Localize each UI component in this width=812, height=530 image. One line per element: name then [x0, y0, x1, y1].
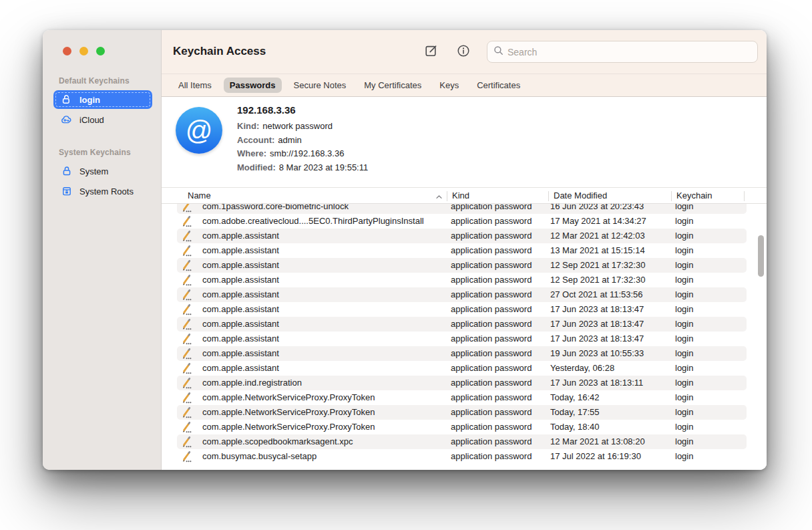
table-row[interactable]: com.apple.assistant application password…	[177, 229, 747, 243]
tab-all-items[interactable]: All Items	[172, 78, 218, 93]
row-name: com.apple.assistant	[202, 319, 279, 329]
sidebar-item-system[interactable]: System	[53, 162, 152, 180]
table-row[interactable]: com.1password.core-biometric-unlock appl…	[177, 204, 747, 214]
row-date-modified: 17 Jun 2023 at 18:13:47	[550, 334, 644, 344]
table-row[interactable]: com.apple.assistant application password…	[177, 302, 747, 317]
sidebar-item-login[interactable]: login	[53, 90, 152, 109]
sidebar-item-label: System Roots	[79, 186, 134, 196]
row-keychain: login	[675, 436, 693, 446]
row-name: com.apple.assistant	[202, 363, 279, 373]
row-date-modified: 17 May 2021 at 14:34:27	[550, 216, 646, 226]
password-item-icon	[181, 245, 192, 259]
tab-my-certificates[interactable]: My Certificates	[358, 78, 427, 93]
column-header-kind[interactable]: Kind	[452, 190, 469, 201]
table-row[interactable]: com.apple.assistant application password…	[177, 361, 747, 376]
search-field[interactable]	[487, 41, 758, 63]
row-date-modified: 12 Mar 2021 at 13:08:20	[550, 436, 645, 446]
vertical-scrollbar[interactable]	[758, 235, 764, 277]
password-item-icon	[181, 348, 192, 362]
window-controls	[43, 30, 161, 55]
sidebar: Default Keychains login iCloud System Ke…	[43, 30, 162, 470]
table-row[interactable]: com.apple.assistant application password…	[177, 243, 747, 258]
detail-modified: Modified:8 Mar 2023 at 19:55:11	[237, 161, 368, 175]
password-item-icon	[181, 260, 192, 273]
category-tabs: All Items Passwords Secure Notes My Cert…	[162, 74, 767, 97]
table-row[interactable]: com.apple.NetworkServiceProxy.ProxyToken…	[177, 405, 747, 420]
row-date-modified: 17 Jun 2023 at 18:13:47	[550, 304, 644, 314]
row-keychain: login	[675, 392, 693, 402]
row-date-modified: Today, 18:40	[550, 422, 599, 432]
table-row[interactable]: com.apple.assistant application password…	[177, 332, 747, 346]
row-name: com.apple.assistant	[202, 289, 279, 299]
row-name: com.apple.assistant	[202, 304, 279, 314]
row-kind: application password	[451, 260, 532, 270]
row-kind: application password	[451, 363, 532, 373]
table-row[interactable]: com.apple.assistant application password…	[177, 287, 747, 302]
column-header-keychain[interactable]: Keychain	[676, 190, 712, 201]
zoom-window-button[interactable]	[96, 47, 105, 55]
table-row[interactable]: com.adobe.creativecloud....5EC0.ThirdPar…	[177, 214, 747, 229]
row-keychain: login	[675, 260, 693, 270]
row-kind: application password	[451, 204, 532, 211]
row-date-modified: 16 Jun 2023 at 20:23:43	[550, 204, 644, 211]
row-date-modified: 12 Mar 2021 at 12:42:03	[550, 231, 645, 241]
tab-keys[interactable]: Keys	[433, 78, 465, 93]
row-kind: application password	[451, 422, 532, 432]
password-item-icon	[181, 363, 192, 376]
compose-icon	[424, 43, 439, 61]
row-kind: application password	[451, 275, 532, 285]
search-icon	[493, 45, 503, 58]
main-panel: Keychain Access	[162, 30, 767, 470]
tab-passwords[interactable]: Passwords	[224, 78, 282, 93]
tab-certificates[interactable]: Certificates	[471, 78, 526, 93]
minimize-window-button[interactable]	[79, 47, 88, 55]
table-row[interactable]: com.apple.assistant application password…	[177, 273, 747, 287]
row-name: com.apple.assistant	[202, 275, 279, 285]
lockbox-icon	[61, 186, 73, 196]
table-row[interactable]: com.apple.assistant application password…	[177, 317, 747, 332]
table-row[interactable]: com.apple.ind.registration application p…	[177, 376, 747, 390]
row-keychain: login	[675, 334, 693, 344]
table-row[interactable]: com.busymac.busycal-setapp application p…	[177, 449, 747, 464]
password-item-icon	[181, 304, 192, 317]
row-date-modified: 27 Oct 2021 at 11:53:56	[550, 289, 643, 299]
table-row[interactable]: com.apple.NetworkServiceProxy.ProxyToken…	[177, 420, 747, 434]
column-header-name[interactable]: Name	[188, 190, 211, 201]
row-date-modified: Today, 16:42	[550, 392, 599, 402]
password-item-icon	[181, 289, 192, 303]
close-window-button[interactable]	[63, 47, 71, 55]
password-item-icon	[181, 204, 192, 215]
column-divider[interactable]	[447, 191, 447, 201]
row-name: com.apple.assistant	[202, 260, 279, 270]
info-button[interactable]	[455, 44, 471, 60]
password-table: com.1password.core-biometric-unlock appl…	[162, 204, 767, 470]
selected-item-detail: @ 192.168.3.36 Kind:network password Acc…	[162, 97, 767, 187]
column-divider[interactable]	[548, 191, 549, 201]
keychain-access-window: Default Keychains login iCloud System Ke…	[43, 30, 767, 470]
table-row[interactable]: com.apple.scopedbookmarksagent.xpc appli…	[177, 434, 747, 449]
sidebar-item-icloud[interactable]: iCloud	[53, 110, 152, 129]
password-item-icon	[181, 378, 192, 391]
row-keychain: login	[675, 289, 693, 299]
row-keychain: login	[675, 407, 693, 417]
sidebar-item-label: login	[79, 95, 100, 105]
password-item-icon	[181, 392, 192, 406]
column-header-date-modified[interactable]: Date Modified	[554, 190, 607, 201]
column-divider[interactable]	[744, 191, 745, 201]
sidebar-item-system-roots[interactable]: System Roots	[53, 182, 152, 201]
row-date-modified: Today, 17:55	[550, 407, 599, 417]
table-row[interactable]: com.apple.assistant application password…	[177, 258, 747, 273]
password-table-rows: com.1password.core-biometric-unlock appl…	[162, 204, 767, 464]
row-date-modified: 19 Jun 2023 at 10:55:33	[550, 348, 644, 358]
row-kind: application password	[451, 245, 532, 255]
tab-secure-notes[interactable]: Secure Notes	[288, 78, 353, 93]
search-input[interactable]	[508, 47, 757, 57]
column-divider[interactable]	[671, 191, 672, 201]
row-date-modified: 17 Jun 2023 at 18:13:11	[550, 378, 643, 388]
row-keychain: login	[675, 319, 693, 329]
new-item-button[interactable]	[423, 44, 439, 60]
table-row[interactable]: com.apple.NetworkServiceProxy.ProxyToken…	[177, 390, 747, 405]
row-name: com.apple.assistant	[202, 334, 279, 344]
detail-where: Where:smb://192.168.3.36	[237, 147, 368, 161]
table-row[interactable]: com.apple.assistant application password…	[177, 346, 747, 361]
